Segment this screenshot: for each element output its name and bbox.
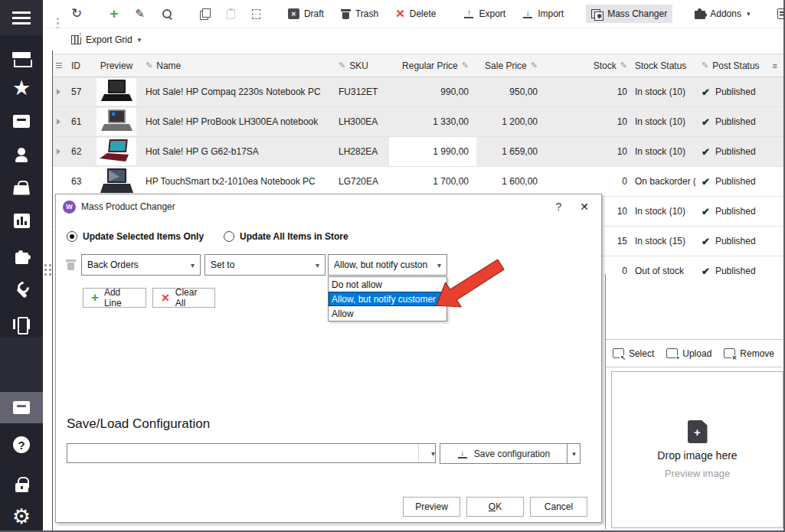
toolbar-grip[interactable]	[57, 18, 59, 29]
cell-regular-price[interactable]: 1 330,00	[389, 107, 476, 136]
sidebar-item-security[interactable]	[0, 470, 43, 499]
cell-id[interactable]: 63	[64, 167, 92, 196]
cell-id[interactable]: 57	[64, 77, 92, 106]
header-stock-status[interactable]: Stock Status	[630, 54, 695, 77]
sidebar-menu-button[interactable]	[0, 0, 43, 35]
cell-name[interactable]: Hot Sale! HP Compaq 2230s Notebook PC	[141, 77, 339, 106]
sidebar-item-settings[interactable]: ⚙	[0, 502, 43, 531]
delete-button[interactable]: ✕Delete	[390, 5, 441, 23]
cell-post-status[interactable]: ✔Published	[695, 197, 783, 226]
edit-button[interactable]: ✎	[129, 3, 150, 24]
cell-stock-status[interactable]: In stock (10)	[630, 197, 695, 226]
cell-sale-price[interactable]: 1 600,00	[476, 167, 544, 196]
cell-stock-status[interactable]: Out of stock	[630, 256, 695, 274]
cell-name[interactable]: Hot Sale! HP ProBook LH300EA notebook	[141, 107, 339, 136]
option-allow-notify-customer[interactable]: Allow, but notify customer	[329, 292, 446, 306]
mass-changer-button[interactable]: ✱Mass Changer	[586, 5, 672, 23]
save-configuration-button[interactable]: ↓Save configuration	[440, 443, 567, 464]
header-preview[interactable]: Preview	[92, 54, 141, 77]
cell-preview[interactable]	[92, 137, 141, 166]
cell-id[interactable]: 61	[64, 107, 92, 136]
export-button[interactable]: ↑Export	[458, 5, 511, 23]
option-allow[interactable]: Allow	[329, 306, 446, 321]
row-expander[interactable]	[53, 107, 64, 136]
cell-post-status[interactable]: ✔Published	[695, 107, 783, 136]
save-configuration-menu-button[interactable]: ▾	[567, 443, 581, 464]
value-dropdown[interactable]: Allow, but notify custon▾	[328, 254, 447, 276]
cell-post-status[interactable]: ✔Published	[695, 256, 783, 274]
refresh-button[interactable]: ↻	[66, 4, 87, 24]
cell-name[interactable]: Hot Sale! HP G G62-b17SA	[141, 137, 339, 166]
cell-name[interactable]: HP TouchSmart tx2-1010ea Notebook PC	[141, 167, 339, 196]
radio-update-selected[interactable]: Update Selected Items Only	[67, 231, 204, 242]
sidebar-item-tools[interactable]	[0, 276, 43, 305]
paste-button[interactable]	[221, 5, 240, 23]
sidebar-item-active-products[interactable]	[0, 392, 43, 423]
sidebar-item-favorites[interactable]: ★	[0, 73, 43, 103]
dropdown-caret-button[interactable]: ▾	[418, 444, 435, 462]
table-row[interactable]: 63 HP TouchSmart tx2-1010ea Notebook PC …	[53, 167, 783, 197]
cell-id[interactable]: 62	[64, 137, 92, 166]
option-do-not-allow[interactable]: Do not allow	[329, 277, 446, 292]
table-row[interactable]: 61 Hot Sale! HP ProBook LH300EA notebook…	[53, 107, 783, 137]
reports-button[interactable]: Reports▾	[772, 5, 785, 23]
cell-preview[interactable]	[92, 107, 141, 136]
sidebar-item-analytics[interactable]	[0, 206, 43, 235]
configuration-dropdown[interactable]: ▾	[67, 443, 436, 463]
table-row[interactable]: 57 Hot Sale! HP Compaq 2230s Notebook PC…	[53, 77, 783, 107]
cell-regular-price[interactable]: 990,00	[389, 77, 476, 106]
cell-stock[interactable]: 10	[544, 107, 630, 136]
row-expander[interactable]	[53, 167, 64, 196]
sidebar-item-addons[interactable]	[0, 242, 43, 271]
cell-stock[interactable]: 10	[544, 77, 630, 106]
cell-sale-price[interactable]: 950,00	[476, 77, 544, 106]
search-button[interactable]	[156, 5, 178, 23]
header-post-status[interactable]: ✎Post Status≡	[695, 54, 783, 77]
dialog-close-button[interactable]: ✕	[571, 201, 590, 213]
table-row[interactable]: 62 Hot Sale! HP G G62-b17SA LH282EA 1 99…	[53, 137, 783, 167]
cell-regular-price-selected[interactable]: 1 990,00	[389, 137, 476, 166]
cell-post-status[interactable]: ✔Published	[695, 167, 783, 196]
sidebar-item-orders[interactable]	[0, 173, 43, 202]
cell-sku[interactable]: LH282EA	[339, 137, 389, 166]
row-expander[interactable]	[53, 77, 64, 106]
header-sale-price[interactable]: Sale Price✎	[476, 54, 544, 77]
cell-sale-price[interactable]: 1 200,00	[476, 107, 544, 136]
paste-special-button[interactable]	[247, 5, 266, 23]
sort-icon[interactable]: ≡	[773, 61, 777, 70]
cell-stock[interactable]: 0	[544, 167, 630, 196]
sidebar-item-customers[interactable]	[0, 140, 43, 169]
ok-button[interactable]: OK	[466, 497, 524, 517]
header-menu-cell[interactable]	[53, 54, 64, 77]
remove-image-button[interactable]: ✕Remove	[724, 348, 774, 359]
select-image-button[interactable]: ↖Select	[613, 348, 654, 359]
cell-stock-status[interactable]: On backorder (0)	[630, 167, 695, 196]
sidebar-item-help[interactable]: ?	[0, 430, 43, 459]
header-sku[interactable]: ✎SKU	[339, 54, 389, 77]
header-regular-price[interactable]: Regular Price✎	[389, 54, 476, 77]
cell-post-status[interactable]: ✔Published	[695, 77, 783, 106]
add-row-button[interactable]: +	[104, 4, 123, 24]
cell-sku[interactable]: LG720EA	[339, 167, 389, 196]
copy-button[interactable]	[195, 5, 215, 23]
cell-post-status[interactable]: ✔Published	[695, 227, 783, 256]
cell-sale-price[interactable]: 1 659,00	[476, 137, 544, 166]
preview-button[interactable]: Preview	[403, 497, 460, 517]
cell-post-status[interactable]: ✔Published	[695, 137, 783, 166]
cell-sku[interactable]: FU312ET	[339, 77, 389, 106]
splitter-grip[interactable]	[44, 264, 51, 276]
upload-image-button[interactable]: +Upload	[666, 348, 711, 359]
cell-stock-status[interactable]: In stock (10)	[630, 77, 695, 106]
cell-stock-status[interactable]: In stock (10)	[630, 137, 695, 166]
header-name[interactable]: ✎Name	[141, 54, 339, 77]
trash-button[interactable]: Trash	[335, 5, 384, 23]
header-stock[interactable]: Stock✎	[544, 54, 630, 77]
cancel-button[interactable]: Cancel	[530, 497, 587, 517]
cell-regular-price[interactable]: 1 700,00	[389, 167, 476, 196]
cell-stock-status[interactable]: In stock (15)	[630, 227, 695, 256]
image-dropzone[interactable]: + Drop image here Preview image	[611, 371, 783, 528]
remove-line-icon[interactable]	[66, 259, 76, 270]
export-grid-button[interactable]: ↑Export Grid▾	[66, 31, 146, 49]
dialog-help-button[interactable]: ?	[546, 201, 571, 213]
action-dropdown[interactable]: Set to▾	[204, 254, 325, 276]
